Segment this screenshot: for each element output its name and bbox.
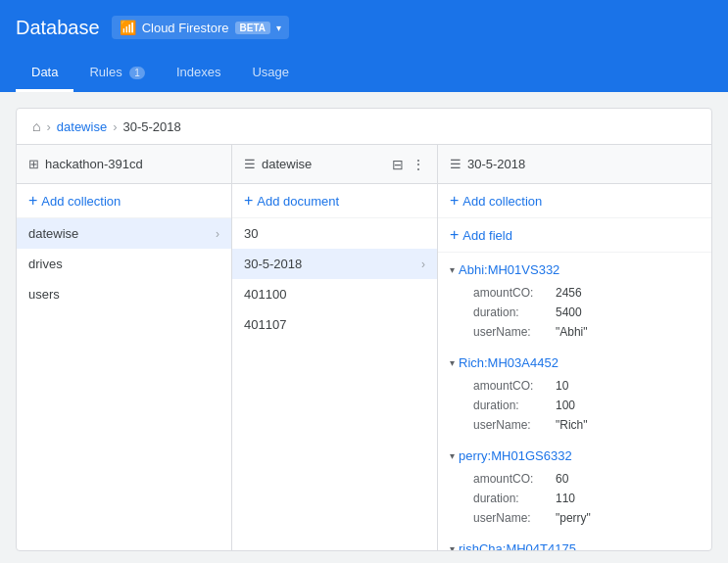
field-value-1-1: 100: [556, 399, 575, 412]
field-group-label-2: perry:MH01GS6332: [459, 448, 572, 463]
field-key-0-2: userName:: [473, 325, 552, 339]
fields-title: 30-5-2018: [467, 157, 525, 171]
field-row-1-1: duration: 100: [438, 396, 711, 415]
field-group-header-2[interactable]: ▾ perry:MH01GS6332: [438, 443, 711, 469]
fields-list-icon: ☰: [450, 157, 461, 171]
field-key-0-1: duration:: [473, 305, 552, 319]
collection-item-users[interactable]: users: [17, 279, 231, 309]
collection-item-datewise[interactable]: datewise ›: [17, 218, 231, 249]
add-collection-label: Add collection: [41, 194, 121, 209]
columns-container: ⊞ hackathon-391cd + Add collection datew…: [17, 145, 711, 550]
field-group-2: ▾ perry:MH01GS6332 amountCO: 60 duration…: [438, 439, 711, 532]
documents-header: ☰ datewise ⊟ ⋮: [232, 145, 437, 184]
filter-icon[interactable]: ⊟: [392, 157, 404, 172]
field-value-2-2: "perry": [556, 511, 591, 525]
field-group-label-3: rishCha:MH04T4175: [459, 541, 576, 550]
firestore-panel: ⌂ › datewise › 30-5-2018 ⊞ hackathon-391…: [16, 108, 712, 551]
service-badge[interactable]: 📶 Cloud Firestore BETA ▾: [112, 16, 289, 39]
collection-label-datewise: datewise: [28, 226, 78, 241]
doc-label-401107: 401107: [244, 317, 286, 332]
field-group-label-1: Rich:MH03A4452: [459, 355, 558, 370]
triangle-down-icon-0: ▾: [450, 264, 455, 275]
doc-label-30: 30: [244, 226, 258, 241]
collections-header: ⊞ hackathon-391cd: [17, 145, 231, 184]
tab-data[interactable]: Data: [16, 55, 73, 92]
collections-title: hackathon-391cd: [45, 157, 143, 171]
collection-item-drives[interactable]: drives: [17, 249, 231, 279]
field-group-0: ▾ Abhi:MH01VS332 amountCO: 2456 duration…: [438, 253, 711, 346]
field-group-header-3[interactable]: ▾ rishCha:MH04T4175: [438, 536, 711, 550]
field-row-0-2: userName: "Abhi": [438, 322, 711, 342]
field-row-0-1: duration: 5400: [438, 303, 711, 322]
field-group-header-0[interactable]: ▾ Abhi:MH01VS332: [438, 257, 711, 283]
collection-label-drives: drives: [28, 257, 63, 271]
doc-item-401107[interactable]: 401107: [232, 309, 437, 340]
add-document-plus-icon: +: [244, 192, 253, 210]
collections-column: ⊞ hackathon-391cd + Add collection datew…: [17, 145, 232, 550]
app-title: Database: [16, 17, 100, 39]
collections-db-icon: ⊞: [28, 157, 39, 171]
wifi-icon: 📶: [120, 20, 136, 35]
doc-label-30-5-2018: 30-5-2018: [244, 257, 302, 271]
breadcrumb-sep-2: ›: [113, 119, 117, 134]
field-key-0-0: amountCO:: [473, 286, 552, 300]
beta-badge: BETA: [235, 22, 270, 34]
collections-list: datewise › drives users: [17, 218, 231, 550]
more-icon[interactable]: ⋮: [412, 157, 425, 172]
breadcrumb: ⌂ › datewise › 30-5-2018: [17, 109, 711, 145]
documents-list-icon: ☰: [244, 157, 256, 171]
tab-rules[interactable]: Rules 1: [73, 55, 160, 92]
triangle-down-icon-2: ▾: [450, 450, 455, 461]
tab-usage[interactable]: Usage: [236, 55, 305, 92]
doc-label-401100: 401100: [244, 287, 286, 302]
add-collection-button[interactable]: + Add collection: [17, 184, 231, 218]
doc-item-401100[interactable]: 401100: [232, 279, 437, 309]
chevron-down-icon[interactable]: ▾: [276, 23, 281, 33]
field-value-2-1: 110: [556, 492, 575, 505]
field-value-0-0: 2456: [556, 286, 582, 300]
field-group-label-0: Abhi:MH01VS332: [459, 262, 559, 277]
add-collection-fields-button[interactable]: + Add collection: [438, 184, 711, 218]
doc-item-30-5-2018[interactable]: 30-5-2018 ›: [232, 249, 437, 279]
field-value-2-0: 60: [556, 472, 568, 486]
breadcrumb-datewise[interactable]: datewise: [57, 119, 107, 134]
field-value-0-2: "Abhi": [556, 325, 588, 339]
add-field-button[interactable]: + Add field: [438, 218, 711, 253]
field-row-0-0: amountCO: 2456: [438, 283, 711, 303]
field-row-2-0: amountCO: 60: [438, 469, 711, 489]
field-value-1-0: 10: [556, 379, 568, 393]
field-key-1-0: amountCO:: [473, 379, 552, 393]
add-field-plus-icon: +: [450, 226, 459, 244]
doc-item-30[interactable]: 30: [232, 218, 437, 249]
rules-badge: 1: [129, 67, 145, 79]
triangle-down-icon-1: ▾: [450, 357, 455, 368]
documents-title: datewise: [262, 157, 312, 171]
breadcrumb-sep-1: ›: [46, 119, 50, 134]
chevron-right-icon-doc: ›: [421, 258, 425, 271]
add-collection-plus-icon: +: [28, 192, 37, 210]
add-field-label: Add field: [462, 228, 512, 243]
field-group-1: ▾ Rich:MH03A4452 amountCO: 10 duration: …: [438, 346, 711, 439]
fields-header: ☰ 30-5-2018: [438, 145, 711, 184]
top-bar: Database 📶 Cloud Firestore BETA ▾: [0, 0, 728, 55]
field-row-1-0: amountCO: 10: [438, 376, 711, 396]
field-row-2-1: duration: 110: [438, 489, 711, 508]
nav-tabs: Data Rules 1 Indexes Usage: [0, 55, 728, 92]
main-content: ⌂ › datewise › 30-5-2018 ⊞ hackathon-391…: [0, 92, 728, 563]
field-value-1-2: "Rich": [556, 418, 588, 432]
add-collection-fields-plus-icon: +: [450, 192, 459, 210]
home-icon[interactable]: ⌂: [32, 118, 40, 134]
tab-indexes[interactable]: Indexes: [161, 55, 237, 92]
chevron-right-icon: ›: [216, 227, 219, 241]
add-document-button[interactable]: + Add document: [232, 184, 437, 218]
service-name: Cloud Firestore: [142, 21, 229, 35]
add-document-label: Add document: [257, 194, 339, 209]
field-key-2-2: userName:: [473, 511, 552, 525]
field-group-3: ▾ rishCha:MH04T4175 amountCO: 489 durati…: [438, 532, 711, 550]
breadcrumb-date: 30-5-2018: [122, 119, 180, 134]
field-group-header-1[interactable]: ▾ Rich:MH03A4452: [438, 350, 711, 376]
documents-list: 30 30-5-2018 › 401100 401107: [232, 218, 437, 550]
field-row-1-2: userName: "Rich": [438, 415, 711, 435]
field-value-0-1: 5400: [556, 305, 582, 319]
add-collection-fields-label: Add collection: [462, 194, 542, 209]
